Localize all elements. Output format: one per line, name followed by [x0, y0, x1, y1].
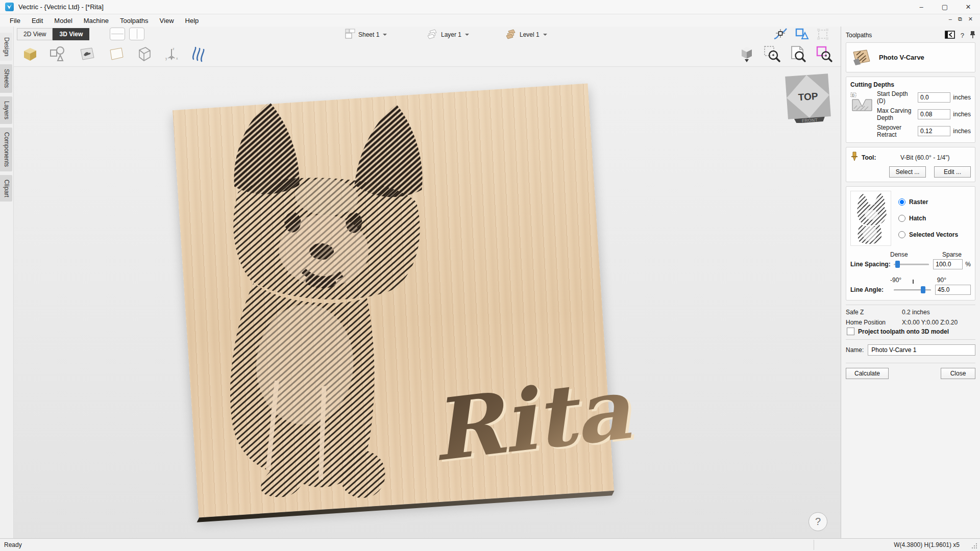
line-spacing-slider-handle[interactable]	[895, 261, 900, 268]
carved-text: Rita Rita	[418, 350, 650, 495]
left-tab-strip: Design Sheets Layers Components Clipart	[0, 27, 14, 538]
shaded-view-icon[interactable]	[738, 45, 755, 63]
close-panel-button[interactable]: Close	[941, 368, 975, 379]
pin-panel-icon[interactable]	[970, 31, 975, 40]
menu-bar: File Edit Model Machine Toolpaths View H…	[0, 14, 980, 27]
angle-min-label: -90°	[890, 277, 901, 284]
line-angle-slider[interactable]	[894, 286, 931, 294]
line-angle-slider-handle[interactable]	[921, 286, 925, 293]
hatch-radio[interactable]	[898, 215, 905, 222]
menu-file[interactable]: File	[4, 15, 26, 26]
toolpath-preview-icon[interactable]	[190, 46, 208, 62]
layer-selector[interactable]: Layer 1	[426, 28, 469, 41]
level-selector[interactable]: Level 1	[505, 28, 547, 41]
menu-edit[interactable]: Edit	[26, 15, 48, 26]
mdi-restore-button[interactable]: ⧉	[958, 16, 962, 22]
tool-edit-button[interactable]: Edit ...	[934, 166, 971, 178]
start-depth-unit: inches	[950, 94, 971, 101]
raster-radio[interactable]	[898, 198, 905, 206]
block-wireframe-icon[interactable]	[135, 45, 153, 63]
svg-text:D: D	[852, 93, 854, 97]
tool-select-button[interactable]: Select ...	[889, 166, 926, 178]
region-select-icon[interactable]	[816, 28, 829, 41]
project-toolpath-label: Project toolpath onto 3D model	[858, 328, 949, 335]
home-position-label: Home Position	[846, 319, 902, 326]
material-block-icon[interactable]	[21, 46, 38, 62]
maximize-button[interactable]: ▢	[933, 0, 957, 14]
help-button[interactable]: ?	[808, 512, 827, 531]
menu-view[interactable]: View	[154, 15, 180, 26]
level-icon	[505, 28, 517, 41]
drawing-toolbar: z y x	[14, 42, 841, 66]
menu-toolpaths[interactable]: Toolpaths	[114, 15, 154, 26]
tab-3d-view[interactable]: 3D View	[53, 28, 89, 40]
tool-bit-icon	[850, 152, 859, 163]
tool-label: Tool:	[862, 154, 876, 161]
project-toolpath-checkbox[interactable]	[847, 328, 854, 335]
minimize-button[interactable]: –	[910, 0, 933, 14]
view-toolbar: 2D View 3D View Sheet 1	[14, 27, 841, 42]
shape-selection-icon[interactable]	[795, 28, 809, 41]
sidebar-tab-clipart[interactable]: Clipart	[0, 175, 12, 202]
zero-angle-tick	[913, 280, 914, 284]
title-bar: Vectric - {Vectric Ltd} - [*Rita] – ▢ ✕	[0, 0, 980, 14]
sidebar-tab-layers[interactable]: Layers	[0, 96, 12, 124]
line-spacing-slider[interactable]	[894, 260, 929, 268]
zoom-box-icon[interactable]	[815, 45, 834, 63]
chevron-down-icon	[383, 34, 387, 36]
hatch-radio-label: Hatch	[909, 215, 926, 222]
node-snap-icon[interactable]	[773, 28, 788, 41]
max-carving-depth-input[interactable]	[918, 109, 950, 119]
menu-help[interactable]: Help	[180, 15, 205, 26]
safe-z-label: Safe Z	[846, 309, 902, 316]
vectors-visibility-icon[interactable]	[49, 46, 66, 62]
stepover-retract-input[interactable]	[918, 126, 950, 136]
mdi-minimize-button[interactable]: –	[949, 16, 952, 22]
line-angle-input[interactable]	[935, 285, 971, 295]
style-option-raster[interactable]: Raster	[898, 198, 958, 206]
sidebar-tab-components[interactable]: Components	[0, 128, 12, 171]
sidebar-tab-sheets[interactable]: Sheets	[0, 64, 12, 92]
raster-radio-label: Raster	[909, 198, 928, 206]
tab-2d-view[interactable]: 2D View	[17, 28, 53, 40]
material-board: Rita Rita	[173, 84, 614, 518]
panel-help-icon[interactable]: ?	[961, 32, 964, 39]
app-logo-icon	[5, 3, 14, 11]
sidebar-tab-design[interactable]: Design	[0, 33, 12, 61]
mdi-close-button[interactable]: ✕	[968, 16, 973, 22]
selected-vectors-radio-label: Selected Vectors	[909, 231, 958, 238]
start-depth-input[interactable]	[918, 92, 950, 103]
layer-selector-label: Layer 1	[441, 31, 461, 38]
toolpath-name-input[interactable]	[868, 344, 975, 356]
origin-axes-icon[interactable]: z y x	[163, 46, 180, 62]
chevron-down-icon	[543, 34, 547, 36]
style-option-selected-vectors[interactable]: Selected Vectors	[898, 231, 958, 238]
calculate-button[interactable]: Calculate	[846, 368, 889, 379]
zoom-drawing-icon[interactable]	[789, 45, 807, 63]
line-spacing-label: Line Spacing:	[850, 261, 894, 268]
close-button[interactable]: ✕	[957, 0, 980, 14]
3d-view-canvas[interactable]: Rita Rita TOP FRONT ?	[14, 66, 841, 538]
view-orientation-cube[interactable]: TOP FRONT	[783, 72, 832, 125]
angle-max-label: 90°	[937, 277, 946, 284]
level-selector-label: Level 1	[520, 31, 540, 38]
bitmap-visibility-icon[interactable]	[77, 46, 95, 62]
sheet-selector[interactable]: Sheet 1	[345, 28, 387, 41]
style-option-hatch[interactable]: Hatch	[898, 215, 958, 222]
zoom-selection-icon[interactable]	[763, 45, 781, 63]
status-dimensions: W(4.3800) H(1.9601) x5	[894, 541, 960, 548]
menu-machine[interactable]: Machine	[78, 15, 114, 26]
home-position-value: X:0.00 Y:0.00 Z:0.20	[902, 319, 958, 326]
material-sheet-icon[interactable]	[106, 46, 125, 62]
svg-text:z: z	[173, 47, 175, 51]
split-vertical-icon[interactable]	[129, 28, 144, 40]
menu-model[interactable]: Model	[48, 15, 78, 26]
selected-vectors-radio[interactable]	[898, 231, 905, 238]
collapse-panel-icon[interactable]	[945, 31, 955, 40]
resize-grip-icon[interactable]	[972, 543, 977, 548]
split-horizontal-icon[interactable]	[110, 28, 125, 40]
line-spacing-input[interactable]	[933, 259, 963, 269]
operation-name: Photo V-Carve	[879, 54, 924, 61]
dense-label: Dense	[890, 251, 908, 258]
cutting-depths-heading: Cutting Depths	[850, 81, 971, 88]
